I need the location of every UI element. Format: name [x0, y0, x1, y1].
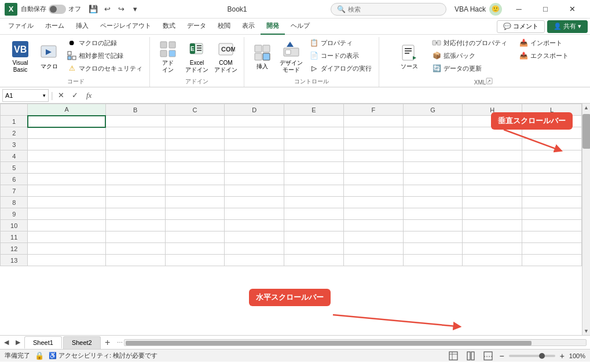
- zoom-minus-icon[interactable]: −: [499, 351, 504, 361]
- cell-F10[interactable]: [343, 220, 403, 231]
- cell-C6[interactable]: [165, 174, 225, 185]
- col-header-G[interactable]: G: [403, 104, 463, 116]
- refresh-data-button[interactable]: 🔄 データの更新: [430, 62, 510, 74]
- row-header-6[interactable]: 6: [1, 174, 28, 185]
- cell-G3[interactable]: [403, 139, 463, 150]
- relative-reference-button[interactable]: 相対参照で記録: [65, 50, 145, 61]
- cell-H1[interactable]: [463, 116, 522, 127]
- cell-I8[interactable]: [522, 197, 582, 208]
- autosave-toggle[interactable]: [49, 5, 66, 14]
- customize-qat-button[interactable]: ▾: [129, 3, 141, 16]
- cell-D13[interactable]: [225, 255, 284, 266]
- page-break-view-button[interactable]: [482, 351, 494, 361]
- import-button[interactable]: 📥 インポート: [516, 37, 571, 49]
- cell-D8[interactable]: [225, 197, 284, 208]
- cell-E8[interactable]: [284, 197, 344, 208]
- v-scroll-thumb[interactable]: [582, 114, 590, 149]
- cell-B7[interactable]: [105, 185, 165, 197]
- cell-G2[interactable]: [403, 127, 463, 139]
- com-addin-button[interactable]: COM COMアドイン: [212, 37, 239, 76]
- cell-A10[interactable]: [28, 220, 105, 231]
- cell-I6[interactable]: [522, 174, 582, 185]
- h-scroll-dots[interactable]: ⋯: [117, 339, 123, 345]
- cell-A6[interactable]: [28, 174, 105, 185]
- row-header-10[interactable]: 10: [1, 220, 28, 231]
- cell-C13[interactable]: [165, 255, 225, 266]
- cell-H4[interactable]: [463, 150, 522, 162]
- cell-F11[interactable]: [343, 231, 403, 243]
- col-header-A[interactable]: A: [28, 104, 105, 116]
- cell-A4[interactable]: [28, 150, 105, 162]
- cell-G12[interactable]: [403, 243, 463, 255]
- view-code-button[interactable]: 📄 コードの表示: [307, 50, 374, 61]
- cell-F8[interactable]: [343, 197, 403, 208]
- cell-I1[interactable]: [522, 116, 582, 127]
- cell-I5[interactable]: [522, 162, 582, 174]
- cell-E3[interactable]: [284, 139, 344, 150]
- cell-D5[interactable]: [225, 162, 284, 174]
- excel-addin-button[interactable]: E Excelアドイン: [184, 37, 210, 76]
- cell-I4[interactable]: [522, 150, 582, 162]
- col-header-F[interactable]: F: [343, 104, 403, 116]
- visual-basic-button[interactable]: VB Visual Basic: [7, 37, 34, 76]
- row-header-9[interactable]: 9: [1, 208, 28, 220]
- sheet-nav-next[interactable]: ▶: [13, 337, 23, 348]
- tab-developer[interactable]: 開発: [261, 19, 285, 35]
- cell-A3[interactable]: [28, 139, 105, 150]
- row-header-7[interactable]: 7: [1, 185, 28, 197]
- zoom-level[interactable]: 100%: [569, 352, 585, 359]
- cell-C10[interactable]: [165, 220, 225, 231]
- cell-D4[interactable]: [225, 150, 284, 162]
- sheet-nav-prev[interactable]: ◀: [1, 337, 12, 348]
- cell-I9[interactable]: [522, 208, 582, 220]
- properties-button[interactable]: 📋 プロパティ: [307, 37, 374, 49]
- formula-cancel-icon[interactable]: ✕: [56, 90, 67, 101]
- tab-view[interactable]: 表示: [236, 19, 261, 35]
- tab-data[interactable]: データ: [181, 19, 212, 35]
- cell-C12[interactable]: [165, 243, 225, 255]
- col-header-E[interactable]: E: [284, 104, 344, 116]
- search-box[interactable]: 🔍: [331, 3, 446, 16]
- row-header-1[interactable]: 1: [1, 116, 28, 127]
- cell-F12[interactable]: [343, 243, 403, 255]
- formula-fx-icon[interactable]: fx: [83, 90, 95, 101]
- redo-button[interactable]: ↪: [115, 3, 127, 16]
- formula-confirm-icon[interactable]: ✓: [69, 90, 81, 101]
- row-header-4[interactable]: 4: [1, 150, 28, 162]
- cell-B6[interactable]: [105, 174, 165, 185]
- share-button[interactable]: 👤 共有 ▾: [547, 20, 588, 33]
- cell-H12[interactable]: [463, 243, 522, 255]
- vertical-scrollbar[interactable]: ▲ ▼: [582, 104, 590, 335]
- cell-A5[interactable]: [28, 162, 105, 174]
- cell-F2[interactable]: [343, 127, 403, 139]
- cell-F1[interactable]: [343, 116, 403, 127]
- close-button[interactable]: ✕: [559, 0, 585, 19]
- cell-F9[interactable]: [343, 208, 403, 220]
- row-header-8[interactable]: 8: [1, 197, 28, 208]
- row-header-11[interactable]: 11: [1, 231, 28, 243]
- cell-A1[interactable]: [28, 116, 105, 127]
- row-header-2[interactable]: 2: [1, 127, 28, 139]
- cell-I3[interactable]: [522, 139, 582, 150]
- maximize-button[interactable]: □: [532, 0, 559, 19]
- cell-F4[interactable]: [343, 150, 403, 162]
- horizontal-scrollbar[interactable]: [124, 339, 587, 346]
- cell-E9[interactable]: [284, 208, 344, 220]
- cell-E1[interactable]: [284, 116, 344, 127]
- run-dialog-button[interactable]: ▷ ダイアログの実行: [307, 62, 374, 74]
- save-button[interactable]: 💾: [87, 3, 100, 16]
- record-macro-button[interactable]: ⏺ マクロの記録: [65, 37, 145, 49]
- cell-D3[interactable]: [225, 139, 284, 150]
- cell-G13[interactable]: [403, 255, 463, 266]
- cell-B11[interactable]: [105, 231, 165, 243]
- cell-D12[interactable]: [225, 243, 284, 255]
- addin-button[interactable]: アドイン: [155, 37, 181, 76]
- cell-C7[interactable]: [165, 185, 225, 197]
- cell-C1[interactable]: [165, 116, 225, 127]
- undo-button[interactable]: ↩: [101, 3, 113, 16]
- search-input[interactable]: [348, 6, 429, 13]
- row-header-12[interactable]: 12: [1, 243, 28, 255]
- export-button[interactable]: 📤 エクスポート: [516, 50, 571, 61]
- cell-A13[interactable]: [28, 255, 105, 266]
- cell-H3[interactable]: [463, 139, 522, 150]
